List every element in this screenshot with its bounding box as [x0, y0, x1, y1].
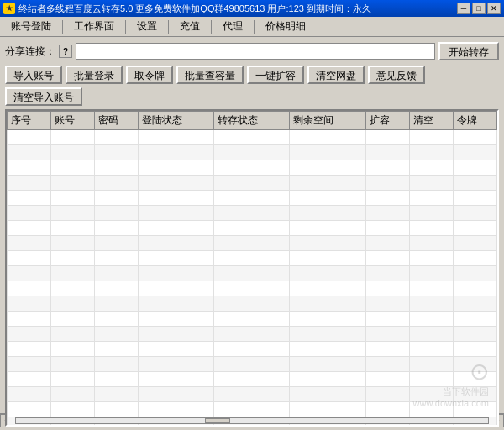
- table-cell: [95, 160, 139, 176]
- table-cell: [365, 145, 409, 160]
- table-cell: [409, 145, 453, 160]
- menu-account-login[interactable]: 账号登陆: [3, 17, 59, 36]
- minimize-button[interactable]: ─: [457, 3, 470, 14]
- table-cell: [8, 296, 51, 312]
- table-cell: [8, 236, 51, 251]
- one-click-expand-button[interactable]: 一键扩容: [247, 66, 304, 84]
- table-row: [8, 296, 497, 312]
- table-cell: [365, 221, 409, 236]
- table-cell: [409, 130, 453, 145]
- table-cell: [290, 372, 365, 387]
- title-bar-left: ★ 终结者多线程百度云转存5.0 更多免费软件加QQ群49805613 用户:1…: [3, 3, 371, 15]
- col-expand: 扩容: [365, 112, 409, 130]
- table-row: [8, 281, 497, 296]
- table-cell: [51, 176, 95, 191]
- table-cell: [409, 236, 453, 251]
- table-cell: [365, 327, 409, 342]
- table-cell: [95, 312, 139, 327]
- table-cell: [365, 342, 409, 357]
- table-cell: [453, 236, 496, 251]
- table-cell: [95, 145, 139, 160]
- table-cell: [8, 251, 51, 266]
- table-cell: [95, 281, 139, 296]
- batch-check-button[interactable]: 批量查容量: [176, 66, 244, 84]
- table-cell: [214, 372, 290, 387]
- table-cell: [453, 357, 496, 372]
- table-cell: [8, 266, 51, 281]
- table-cell: [365, 296, 409, 312]
- menu-agent[interactable]: 代理: [215, 17, 250, 36]
- col-transfer-status: 转存状态: [214, 112, 290, 130]
- menu-separator-3: [168, 20, 169, 34]
- table-cell: [8, 372, 51, 387]
- batch-login-button[interactable]: 批量登录: [66, 66, 123, 84]
- table-row: [8, 145, 497, 160]
- clear-import-button[interactable]: 清空导入账号: [5, 87, 82, 106]
- title-bar: ★ 终结者多线程百度云转存5.0 更多免费软件加QQ群49805613 用户:1…: [0, 0, 504, 17]
- table-cell: [214, 402, 290, 417]
- table-cell: [51, 236, 95, 251]
- scroll-thumb[interactable]: [205, 418, 230, 423]
- table-cell: [139, 312, 214, 327]
- window-controls: ─ □ ✕: [457, 3, 501, 14]
- table-cell: [453, 251, 496, 266]
- table-cell: [51, 160, 95, 176]
- table-cell: [365, 130, 409, 145]
- close-button[interactable]: ✕: [487, 3, 501, 14]
- table-cell: [290, 327, 365, 342]
- start-transfer-button[interactable]: 开始转存: [438, 42, 499, 60]
- menu-recharge[interactable]: 充值: [172, 17, 207, 36]
- table-cell: [290, 387, 365, 402]
- table-cell: [290, 221, 365, 236]
- table-row: [8, 160, 497, 176]
- clear-disk-button[interactable]: 清空网盘: [307, 66, 365, 84]
- scroll-track[interactable]: [15, 417, 489, 424]
- feedback-button[interactable]: 意见反馈: [368, 66, 425, 84]
- table-row: [8, 266, 497, 281]
- table-cell: [453, 402, 496, 417]
- table-cell: [8, 327, 51, 342]
- table-cell: [409, 251, 453, 266]
- share-input[interactable]: [76, 43, 435, 60]
- table-cell: [139, 372, 214, 387]
- table-cell: [365, 191, 409, 206]
- table-row: [8, 357, 497, 372]
- table-cell: [453, 296, 496, 312]
- menu-bar: 账号登陆 工作界面 设置 充值 代理 价格明细: [0, 17, 504, 37]
- table-cell: [95, 372, 139, 387]
- table-cell: [51, 296, 95, 312]
- table-cell: [139, 130, 214, 145]
- table-cell: [290, 206, 365, 221]
- table-cell: [365, 160, 409, 176]
- table-cell: [51, 221, 95, 236]
- table-cell: [214, 145, 290, 160]
- import-account-button[interactable]: 导入账号: [5, 66, 62, 84]
- table-cell: [95, 402, 139, 417]
- table-cell: [139, 342, 214, 357]
- table-cell: [139, 145, 214, 160]
- table-cell: [453, 387, 496, 402]
- table-cell: [453, 176, 496, 191]
- table-cell: [214, 281, 290, 296]
- table-row: [8, 312, 497, 327]
- table-cell: [95, 206, 139, 221]
- maximize-button[interactable]: □: [472, 3, 486, 14]
- menu-settings[interactable]: 设置: [129, 17, 165, 36]
- table-cell: [139, 191, 214, 206]
- table-cell: [8, 281, 51, 296]
- menu-work-view[interactable]: 工作界面: [66, 17, 122, 36]
- table-cell: [139, 251, 214, 266]
- menu-price[interactable]: 价格明细: [258, 17, 313, 36]
- help-button[interactable]: ?: [59, 45, 72, 58]
- table-cell: [139, 221, 214, 236]
- table-cell: [8, 221, 51, 236]
- table-cell: [453, 206, 496, 221]
- table-cell: [8, 312, 51, 327]
- table-cell: [51, 266, 95, 281]
- table-cell: [51, 402, 95, 417]
- table-row: [8, 191, 497, 206]
- data-table-wrapper: 序号 账号 密码 登陆状态 转存状态 剩余空间 扩容 清空 令牌 ⊙ 当下软件园…: [5, 109, 499, 427]
- get-token-button[interactable]: 取令牌: [126, 66, 173, 84]
- main-content: 分享连接： ? 开始转存 导入账号 批量登录 取令牌 批量查容量 一键扩容 清空…: [0, 37, 504, 413]
- col-login-status: 登陆状态: [139, 112, 214, 130]
